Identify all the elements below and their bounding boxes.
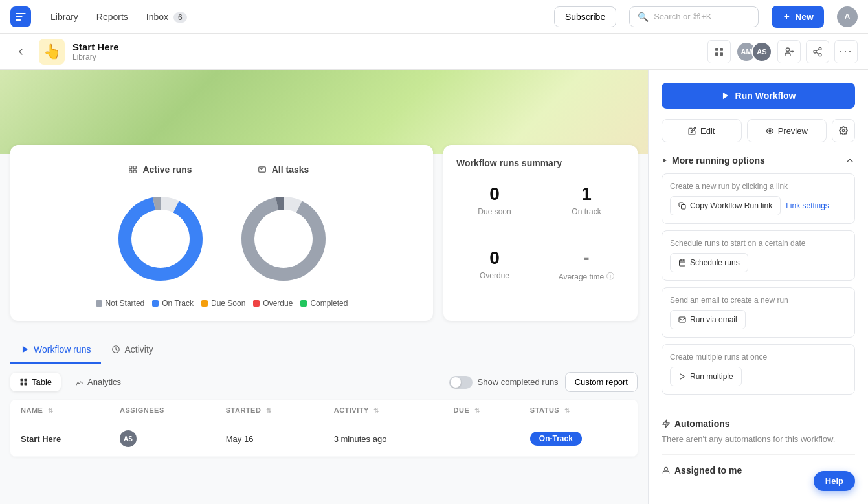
sort-due-icon: ⇅	[474, 407, 480, 414]
svg-point-33	[665, 467, 668, 470]
workflow-title: Start Here	[72, 41, 119, 52]
app-logo[interactable]	[10, 6, 31, 27]
svg-marker-25	[722, 93, 728, 100]
share-button[interactable]	[806, 40, 829, 63]
avatar-as: AS	[751, 41, 772, 62]
svg-point-26	[769, 129, 771, 131]
table-row[interactable]: Start Here AS May 16 3 minutes ago On-Tr…	[10, 421, 638, 457]
due-soon-metric: 0 Due soon	[456, 184, 533, 216]
svg-rect-3	[720, 52, 723, 56]
avatar-stack: AM AS	[736, 41, 772, 62]
sort-started-icon: ⇅	[266, 407, 272, 414]
cell-due	[443, 421, 520, 457]
help-button[interactable]: Help	[814, 471, 855, 491]
edit-button[interactable]: Edit	[662, 119, 742, 142]
automations-section: Automations There aren't any automations…	[662, 408, 855, 444]
new-button[interactable]: ＋ New	[772, 6, 824, 28]
status-badge: On-Track	[530, 432, 582, 446]
search-input[interactable]: 🔍 Search or ⌘+K	[629, 6, 759, 27]
cards-row: Active runs	[0, 135, 648, 331]
overdue-metric: 0 Overdue	[456, 248, 533, 282]
svg-marker-32	[680, 374, 685, 380]
svg-point-5	[819, 47, 821, 50]
svg-rect-2	[715, 52, 718, 56]
email-runs-section: Send an email to create a new run Run vi…	[662, 287, 855, 338]
plus-icon: ＋	[782, 11, 791, 23]
svg-point-7	[819, 53, 821, 56]
more-options-title: More running options	[662, 155, 765, 166]
col-assignees[interactable]: ASSIGNEES	[109, 400, 216, 421]
run-multiple-button[interactable]: Run multiple	[670, 367, 742, 386]
invite-button[interactable]	[777, 40, 801, 63]
link-settings-link[interactable]: Link settings	[786, 201, 829, 210]
svg-rect-22	[25, 379, 27, 382]
grid-view-button[interactable]	[707, 40, 731, 63]
workflow-title-group: Start Here Library	[72, 41, 119, 61]
svg-point-27	[842, 129, 845, 132]
cell-status: On-Track	[520, 421, 638, 457]
subtab-analytics[interactable]: Analytics	[66, 373, 130, 391]
tab-workflow-runs[interactable]: Workflow runs	[10, 336, 101, 364]
show-completed-toggle[interactable]: Show completed runs	[449, 376, 559, 389]
assignee-avatar: AS	[120, 430, 137, 447]
right-panel: Run Workflow Edit Preview More running o…	[648, 70, 868, 504]
col-name[interactable]: NAME ⇅	[10, 400, 109, 421]
svg-rect-11	[134, 170, 137, 173]
svg-point-13	[125, 203, 196, 274]
search-icon: 🔍	[638, 12, 649, 22]
left-panel: Active runs	[0, 70, 648, 504]
run-via-email-button[interactable]: Run via email	[670, 310, 746, 329]
sort-status-icon: ⇅	[564, 407, 570, 414]
svg-rect-8	[129, 166, 132, 169]
copy-link-section: Create a new run by clicking a link Copy…	[662, 173, 855, 224]
more-options-button[interactable]: ···	[834, 40, 858, 63]
user-avatar[interactable]: A	[837, 6, 858, 27]
run-workflow-button[interactable]: Run Workflow	[662, 83, 855, 109]
nav-library[interactable]: Library	[44, 8, 85, 26]
back-button[interactable]	[10, 41, 31, 62]
subscribe-button[interactable]: Subscribe	[554, 6, 616, 27]
workflow-breadcrumb: Library	[72, 52, 119, 61]
action-buttons-row: Edit Preview	[662, 119, 855, 142]
main-tabs: Workflow runs Activity	[0, 336, 648, 364]
sort-activity-icon: ⇅	[373, 407, 379, 414]
nav-inbox[interactable]: Inbox 6	[140, 8, 194, 26]
runs-table: NAME ⇅ ASSIGNEES STARTED ⇅ ACTIVITY ⇅	[10, 400, 638, 457]
cell-started: May 16	[216, 421, 324, 457]
col-due[interactable]: DUE ⇅	[443, 400, 520, 421]
subtab-table[interactable]: Table	[10, 373, 61, 391]
svg-point-4	[786, 48, 789, 51]
svg-rect-10	[129, 170, 132, 173]
info-icon: ⓘ	[606, 271, 614, 282]
nav-reports[interactable]: Reports	[90, 8, 135, 26]
svg-rect-23	[21, 383, 23, 386]
col-started[interactable]: STARTED ⇅	[216, 400, 324, 421]
all-tasks-title: All tasks	[258, 164, 309, 175]
avg-time-metric: - Average time ⓘ	[548, 248, 625, 282]
automations-title: Automations	[662, 419, 855, 429]
collapse-icon[interactable]	[845, 155, 855, 166]
svg-point-6	[814, 50, 816, 53]
svg-rect-0	[715, 48, 718, 51]
tab-activity[interactable]: Activity	[101, 336, 163, 364]
schedule-runs-button[interactable]: Schedule runs	[670, 253, 748, 272]
svg-rect-30	[680, 260, 685, 266]
active-runs-chart: Active runs	[112, 164, 209, 287]
preview-button[interactable]: Preview	[747, 119, 827, 142]
cell-activity: 3 minutes ago	[324, 421, 443, 457]
col-status[interactable]: STATUS ⇅	[520, 400, 638, 421]
inbox-badge: 6	[173, 12, 187, 23]
charts-card: Active runs	[10, 145, 433, 321]
sort-name-icon: ⇅	[48, 407, 54, 414]
cell-name: Start Here	[10, 421, 109, 457]
chart-legend: Not Started On Track Due Soon Overdue Co…	[23, 299, 420, 308]
sub-header: 👆 Start Here Library AM AS ···	[0, 34, 868, 70]
settings-button[interactable]	[832, 119, 855, 142]
copy-link-button[interactable]: Copy Workflow Run link	[670, 196, 781, 215]
subtab-actions: Show completed runs Custom report	[449, 372, 638, 392]
svg-marker-19	[23, 346, 28, 353]
cell-assignees: AS	[109, 421, 216, 457]
col-activity[interactable]: ACTIVITY ⇅	[324, 400, 443, 421]
custom-report-button[interactable]: Custom report	[565, 372, 638, 392]
schedule-runs-section: Schedule runs to start on a certain date…	[662, 230, 855, 281]
